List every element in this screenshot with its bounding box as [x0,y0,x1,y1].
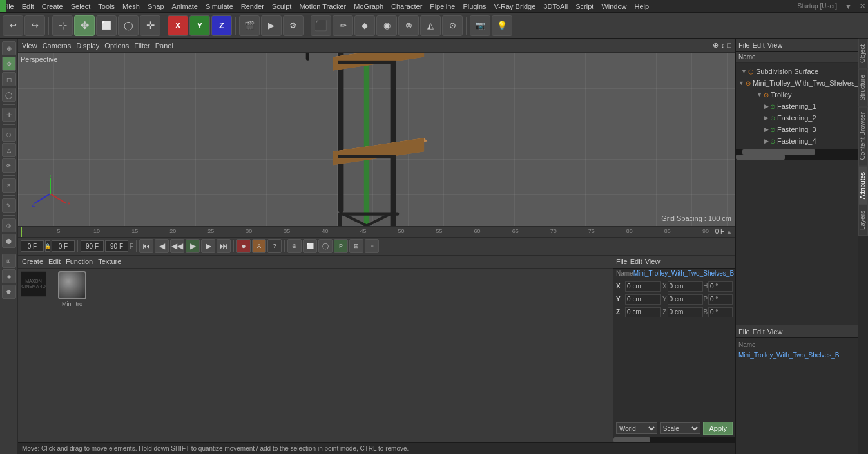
close-icon[interactable]: ✕ [860,2,865,10]
obj-edit[interactable]: Edit [753,41,765,49]
tree-scrollbar-h-thumb[interactable] [736,155,785,160]
left-tool-4[interactable]: ◯ [2,88,16,102]
tree-item-fastening3[interactable]: ▶ ⊙ Fastening_3 [736,124,858,135]
vp-display[interactable]: Display [76,42,99,50]
timeline-cursor[interactable] [21,227,22,237]
prop-y2-field[interactable] [668,294,703,305]
redo-button[interactable]: ↪ [24,15,45,36]
scale-tool-button[interactable]: ⬜ [96,15,117,36]
left-tool-15[interactable]: ⬟ [2,285,16,299]
left-tool-11[interactable]: ◎ [2,218,16,232]
anim-settings-6[interactable]: ≡ [365,239,379,253]
menu-snap[interactable]: Snap [148,3,164,10]
vp-icon-3[interactable]: □ [727,41,731,50]
vp-panel[interactable]: Panel [155,42,173,50]
prop-z2-field[interactable] [668,307,703,317]
z-axis-button[interactable]: Z [211,15,232,36]
vp-filter[interactable]: Filter [134,42,149,50]
prop-y-field[interactable] [625,294,661,305]
menu-render[interactable]: Render [241,3,264,10]
layout-dropdown-icon[interactable]: ▼ [845,3,852,10]
select-tool-button[interactable]: ⊹ [52,15,73,36]
left-tool-8[interactable]: ⟳ [2,158,16,173]
anim-settings-2[interactable]: ⬜ [303,239,317,253]
props-scroll-thumb[interactable] [613,437,650,442]
menu-vray-bridge[interactable]: V-Ray Bridge [494,3,536,10]
poly-button[interactable]: ◭ [420,15,441,36]
tree-scrollbar-h[interactable] [736,155,858,160]
prop-b-field[interactable] [708,307,733,317]
deformer-button[interactable]: ⊗ [398,15,419,36]
tree-item-fastening4[interactable]: ▶ ⊙ Fastening_4 [736,135,858,147]
left-tool-10[interactable]: ✎ [2,198,16,213]
menu-mesh[interactable]: Mesh [122,3,140,10]
mat-create[interactable]: Create [22,258,43,265]
menu-plugins[interactable]: Plugins [463,3,486,10]
menu-sculpt[interactable]: Sculpt [272,3,292,10]
frame-lock-icon[interactable]: 🔒 [45,240,50,252]
tab-content-browser[interactable]: Content Browser [858,106,868,166]
object-scroll-thumb[interactable] [742,149,815,155]
record-button[interactable]: ● [236,239,251,253]
world-select[interactable]: World [616,422,657,434]
menu-create[interactable]: Create [42,3,63,10]
goto-start-button[interactable]: ⏮ [139,239,153,253]
camera-button[interactable]: 📷 [470,15,490,36]
anim-settings-4[interactable]: P [334,239,348,253]
boole-button[interactable]: ⊙ [442,15,463,36]
timeline[interactable]: 0 5 10 15 20 25 30 35 40 45 50 55 60 65 … [18,226,735,238]
menu-simulate[interactable]: Simulate [206,3,233,10]
menu-tools[interactable]: Tools [98,3,115,10]
mat-texture[interactable]: Texture [98,258,121,265]
props-file[interactable]: File [616,258,628,265]
timeline-bar[interactable]: 0 5 10 15 20 25 30 35 40 45 50 55 60 65 … [21,227,713,237]
menu-pipeline[interactable]: Pipeline [430,3,455,10]
menu-mograph[interactable]: MoGraph [354,3,383,10]
vp-icon-1[interactable]: ⊕ [713,41,719,50]
left-tool-3[interactable]: ◻ [2,72,16,86]
prop-x-field[interactable] [625,281,661,292]
menu-character[interactable]: Character [391,3,422,10]
nurbs-button[interactable]: ◉ [376,15,397,36]
move-tool-button[interactable]: ✥ [74,15,95,36]
play-reverse-button[interactable]: ◀◀ [170,239,184,253]
left-tool-13[interactable]: ⊞ [2,254,16,268]
tab-structure[interactable]: Structure [858,69,868,107]
tab-attributes[interactable]: Attributes [858,166,868,205]
bottom-edit[interactable]: Edit [753,328,765,336]
left-tool-14[interactable]: ◈ [2,269,16,283]
props-scrollbar[interactable] [613,437,735,442]
mat-function[interactable]: Function [66,258,93,265]
tree-item-mini-trolley[interactable]: ▼ ⊙ Mini_Trolley_With_Two_Shelves_ [736,77,858,89]
render-button[interactable]: ▶ [261,15,282,36]
menu-script[interactable]: Script [575,3,593,10]
frame-current-field[interactable] [52,240,75,252]
frame-start-field[interactable] [21,240,44,252]
tree-item-subdivision[interactable]: ▼ ⬡ Subdivision Surface [736,66,858,77]
light-button[interactable]: 💡 [492,15,512,36]
object-scrollbar[interactable] [736,149,858,155]
tree-item-fastening2[interactable]: ▶ ⊙ Fastening_2 [736,112,858,124]
menu-animate[interactable]: Animate [172,3,198,10]
menu-select[interactable]: Select [71,3,91,10]
prop-x2-field[interactable] [668,281,703,292]
tree-item-trolley[interactable]: ▼ ⊙ Trolley [736,89,858,100]
left-tool-5[interactable]: ✛ [2,108,16,122]
left-tool-1[interactable]: ⊕ [2,41,16,55]
vp-icon-2[interactable]: ↕ [721,41,725,50]
left-tool-6[interactable]: ⬡ [2,128,16,142]
prop-p-field[interactable] [708,294,733,305]
left-tool-9[interactable]: S [2,178,16,193]
cube-button[interactable]: ⬛ [311,15,331,36]
material-thumb-container[interactable]: Mini_tro [54,271,90,307]
anim-settings-3[interactable]: ◯ [318,239,333,253]
pen-button[interactable]: ✏ [333,15,353,36]
vp-view[interactable]: View [22,42,37,50]
left-tool-12[interactable]: ⬤ [2,234,16,248]
vp-options[interactable]: Options [104,42,129,50]
spline-button[interactable]: ◆ [354,15,375,36]
menu-3dtoall[interactable]: 3DToAll [543,3,568,10]
menu-help[interactable]: Help [635,3,650,10]
frame-end-field[interactable] [81,240,104,252]
menu-motion-tracker[interactable]: Motion Tracker [299,3,346,10]
